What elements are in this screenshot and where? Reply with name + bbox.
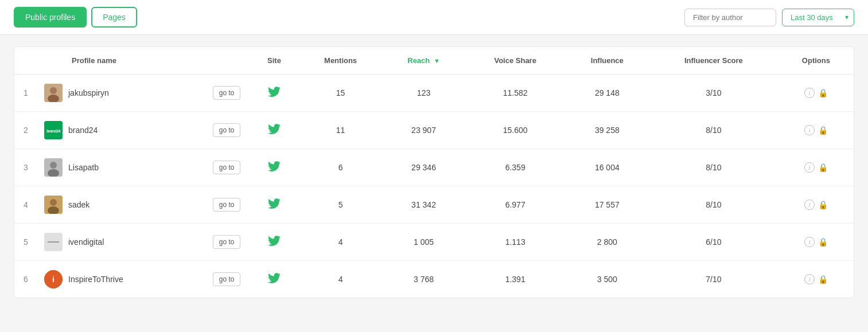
cell-influencer-score: 6/10 (649, 224, 779, 261)
cell-mentions: 15 (299, 75, 382, 112)
cell-influencer-score: 8/10 (649, 186, 779, 224)
avatar: brand24 (44, 121, 63, 139)
col-voice-share-header: Voice Share (465, 47, 566, 75)
cell-influencer-score: 8/10 (649, 112, 779, 149)
lock-icon[interactable]: 🔒 (818, 237, 828, 247)
cell-profile: jakubspiryn (37, 75, 204, 112)
public-profiles-button[interactable]: Public profiles (14, 7, 87, 28)
cell-influencer-score: 8/10 (649, 149, 779, 186)
top-bar-right: Last 30 days Last 7 days Last 90 days (684, 9, 854, 26)
cell-site (250, 186, 299, 224)
col-site-header: Site (250, 47, 299, 75)
go-to-button[interactable]: go to (213, 123, 241, 137)
cell-mentions: 6 (299, 149, 382, 186)
cell-reach: 1 005 (382, 224, 465, 261)
lock-icon[interactable]: 🔒 (818, 275, 828, 284)
cell-rank: 4 (14, 186, 37, 224)
cell-voice-share: 15.600 (465, 112, 566, 149)
col-options-header: Options (779, 47, 854, 75)
svg-point-9 (50, 199, 57, 206)
cell-options: i 🔒 (779, 75, 854, 112)
info-icon[interactable]: i (804, 237, 815, 247)
reach-sort-arrow: ▼ (434, 57, 440, 64)
profile-name: brand24 (68, 126, 98, 135)
info-icon[interactable]: i (804, 274, 815, 284)
cell-options: i 🔒 (779, 186, 854, 224)
cell-mentions: 5 (299, 186, 382, 224)
profile-name: Lisapatb (68, 163, 99, 172)
twitter-icon (268, 275, 281, 287)
col-reach-header[interactable]: Reach ▼ (382, 47, 465, 75)
date-select[interactable]: Last 30 days Last 7 days Last 90 days (782, 9, 854, 26)
cell-voice-share: 6.977 (465, 186, 566, 224)
cell-reach: 31 342 (382, 186, 465, 224)
filter-author-input[interactable] (684, 9, 776, 26)
cell-options: i 🔒 (779, 112, 854, 149)
cell-reach: 29 346 (382, 149, 465, 186)
go-to-button[interactable]: go to (213, 272, 241, 286)
cell-site (250, 149, 299, 186)
lock-icon[interactable]: 🔒 (818, 126, 828, 135)
go-to-button[interactable]: go to (213, 161, 241, 174)
cell-voice-share: 1.113 (465, 224, 566, 261)
cell-influence: 29 148 (566, 75, 649, 112)
twitter-icon (268, 126, 281, 138)
info-icon[interactable]: i (804, 162, 815, 173)
cell-profile: i InspireToThrive (37, 261, 204, 298)
main-content: Profile name Site Mentions Reach ▼ Voice… (14, 46, 854, 298)
cell-options: i 🔒 (779, 261, 854, 298)
table-row: 5 ivendigital go to 4 1 005 1.113 2 800 … (14, 224, 854, 261)
cell-influencer-score: 3/10 (649, 75, 779, 112)
twitter-icon (268, 89, 281, 100)
table-row: 3 Lisapatb go to 6 29 346 6.359 16 004 8… (14, 149, 854, 186)
info-icon[interactable]: i (804, 125, 815, 135)
profile-name: sadek (68, 200, 89, 209)
avatar (44, 196, 63, 214)
cell-rank: 1 (14, 75, 37, 112)
cell-mentions: 4 (299, 261, 382, 298)
lock-icon[interactable]: 🔒 (818, 163, 828, 172)
svg-text:brand24: brand24 (46, 129, 60, 133)
go-to-button[interactable]: go to (213, 235, 241, 249)
cell-profile: brand24 brand24 (37, 112, 204, 149)
cell-voice-share: 6.359 (465, 149, 566, 186)
cell-influence: 16 004 (566, 149, 649, 186)
cell-options: i 🔒 (779, 149, 854, 186)
cell-reach: 23 907 (382, 112, 465, 149)
go-to-button[interactable]: go to (213, 86, 241, 100)
influencers-table: Profile name Site Mentions Reach ▼ Voice… (14, 47, 854, 298)
cell-influence: 3 500 (566, 261, 649, 298)
cell-voice-share: 11.582 (465, 75, 566, 112)
table-row: 2 brand24 brand24 go to 11 23 907 15.600… (14, 112, 854, 149)
cell-goto: go to (204, 261, 250, 298)
cell-profile: sadek (37, 186, 204, 224)
info-icon[interactable]: i (804, 200, 815, 210)
top-bar-left: Public profiles Pages (14, 7, 137, 28)
table-header: Profile name Site Mentions Reach ▼ Voice… (14, 47, 854, 75)
avatar (44, 233, 63, 251)
col-influencer-score-header: Influencer Score (649, 47, 779, 75)
pages-button[interactable]: Pages (91, 7, 137, 28)
go-to-button[interactable]: go to (213, 198, 241, 212)
table-row: 1 jakubspiryn go to 15 123 11.582 29 148… (14, 75, 854, 112)
table-row: 4 sadek go to 5 31 342 6.977 17 557 8/10… (14, 186, 854, 224)
cell-site (250, 224, 299, 261)
profile-name: jakubspiryn (68, 88, 109, 97)
table-body: 1 jakubspiryn go to 15 123 11.582 29 148… (14, 75, 854, 298)
lock-icon[interactable]: 🔒 (818, 200, 828, 209)
col-influence-header: Influence (566, 47, 649, 75)
info-icon[interactable]: i (804, 88, 815, 98)
twitter-icon (268, 163, 281, 175)
cell-influence: 17 557 (566, 186, 649, 224)
profile-name: ivendigital (68, 237, 104, 247)
cell-voice-share: 1.391 (465, 261, 566, 298)
cell-profile: ivendigital (37, 224, 204, 261)
cell-influencer-score: 7/10 (649, 261, 779, 298)
lock-icon[interactable]: 🔒 (818, 88, 828, 97)
svg-point-1 (50, 87, 57, 94)
profile-name: InspireToThrive (68, 275, 123, 284)
cell-site (250, 261, 299, 298)
cell-rank: 6 (14, 261, 37, 298)
twitter-icon (268, 201, 281, 212)
svg-point-6 (50, 162, 57, 169)
